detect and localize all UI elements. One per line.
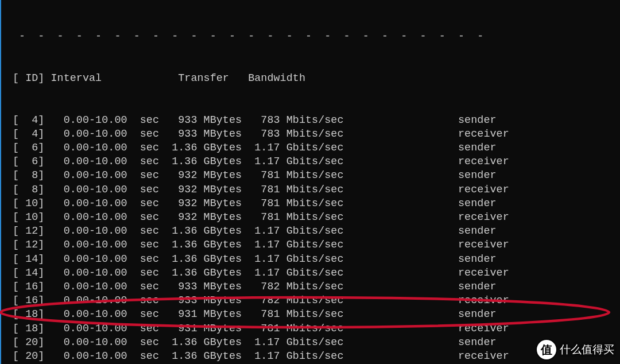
result-row: [ 10] 0.00-10.00 sec 932 MBytes 781 Mbit… <box>13 197 620 211</box>
watermark: 值 什么值得买 <box>537 340 614 359</box>
result-row: [ 14] 0.00-10.00 sec 1.36 GBytes 1.17 Gb… <box>13 253 620 266</box>
watermark-badge-icon: 值 <box>537 340 556 359</box>
watermark-text: 什么值得买 <box>560 342 614 357</box>
result-row: [ 4] 0.00-10.00 sec 933 MBytes 783 Mbits… <box>13 114 620 127</box>
result-row: [ 8] 0.00-10.00 sec 932 MBytes 781 Mbits… <box>13 169 620 183</box>
result-row: [ 18] 0.00-10.00 sec 931 MBytes 781 Mbit… <box>13 322 620 336</box>
result-row: [ 8] 0.00-10.00 sec 932 MBytes 781 Mbits… <box>13 183 620 197</box>
result-row: [ 6] 0.00-10.00 sec 1.36 GBytes 1.17 Gbi… <box>13 141 620 155</box>
separator-line: - - - - - - - - - - - - - - - - - - - - … <box>13 30 620 44</box>
terminal-output[interactable]: - - - - - - - - - - - - - - - - - - - - … <box>0 0 620 364</box>
result-row: [ 16] 0.00-10.00 sec 933 MBytes 782 Mbit… <box>13 294 620 308</box>
result-row: [ 12] 0.00-10.00 sec 1.36 GBytes 1.17 Gb… <box>13 238 620 252</box>
result-row: [ 6] 0.00-10.00 sec 1.36 GBytes 1.17 Gbi… <box>13 155 620 169</box>
result-row: [ 4] 0.00-10.00 sec 933 MBytes 783 Mbits… <box>13 127 620 141</box>
result-row: [ 16] 0.00-10.00 sec 933 MBytes 782 Mbit… <box>13 280 620 294</box>
result-row: [ 20] 0.00-10.00 sec 1.36 GBytes 1.17 Gb… <box>13 350 620 363</box>
result-row: [ 18] 0.00-10.00 sec 931 MBytes 781 Mbit… <box>13 308 620 322</box>
header-row: [ ID] Interval Transfer Bandwidth <box>13 72 620 86</box>
result-row: [ 20] 0.00-10.00 sec 1.36 GBytes 1.17 Gb… <box>13 336 620 350</box>
result-row: [ 12] 0.00-10.00 sec 1.36 GBytes 1.17 Gb… <box>13 224 620 238</box>
result-row: [ 14] 0.00-10.00 sec 1.36 GBytes 1.17 Gb… <box>13 266 620 280</box>
result-row: [ 10] 0.00-10.00 sec 932 MBytes 781 Mbit… <box>13 211 620 224</box>
